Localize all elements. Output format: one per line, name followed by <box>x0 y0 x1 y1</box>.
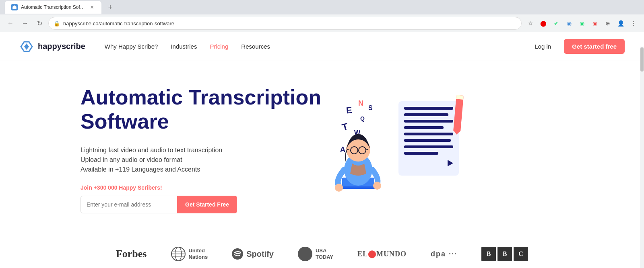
nav-why-happyscribe[interactable]: Why Happy Scribe? <box>105 43 158 50</box>
profile-icon[interactable]: 👤 <box>615 18 626 29</box>
logo-text: happyscribe <box>38 42 85 51</box>
usatoday-text: USATODAY <box>316 248 333 260</box>
browser-tab[interactable]: Automatic Transcription Softwa... ✕ <box>5 1 101 14</box>
spotify-icon <box>232 248 243 260</box>
svg-marker-2 <box>24 43 29 50</box>
bbc-c-icon: C <box>514 247 528 261</box>
extension-icon2[interactable]: ✔ <box>551 18 562 29</box>
new-tab-button[interactable]: + <box>105 2 116 13</box>
address-bar[interactable]: 🔒 happyscribe.co/automatic-transcription… <box>48 17 522 30</box>
tab-title: Automatic Transcription Softwa... <box>21 4 85 10</box>
menu-icon[interactable]: ⋮ <box>628 18 639 29</box>
usatoday-circle-icon <box>298 247 312 261</box>
svg-point-8 <box>373 182 381 190</box>
bbc-b2-icon: B <box>497 247 512 261</box>
get-started-nav-button[interactable]: Get started free <box>564 39 625 54</box>
doc-line-1 <box>404 107 453 110</box>
un-text: UnitedNations <box>188 248 208 260</box>
logo-el-mundo: EL⬤MUNDO <box>357 250 407 258</box>
bookmark-icon[interactable]: ☆ <box>525 18 536 29</box>
doc-line-2 <box>404 113 448 116</box>
logo-bbc: B B C <box>481 247 528 261</box>
logo-forbes: Forbes <box>116 248 147 260</box>
float-letter-n: N <box>358 99 363 108</box>
doc-line-6 <box>404 139 451 142</box>
float-letter-s: S <box>368 104 373 112</box>
join-text: Join +300 000 Happy Scribers! <box>80 184 322 191</box>
hero-title: Automatic Transcription Software <box>80 86 322 134</box>
back-button[interactable]: ← <box>5 18 16 29</box>
pencil-tip <box>453 130 460 135</box>
page-content: happyscribe Why Happy Scribe? Industries… <box>0 32 644 268</box>
tab-close-button[interactable]: ✕ <box>89 4 95 10</box>
svg-point-7 <box>335 184 343 192</box>
hero-section: Automatic Transcription Software Lightni… <box>0 61 644 230</box>
doc-line-8 <box>404 152 438 155</box>
logo-dpa: dpa ··· <box>431 250 457 258</box>
browser-titlebar: Automatic Transcription Softwa... ✕ + <box>0 0 644 14</box>
hero-feature-2: Upload in any audio or video format <box>80 156 322 164</box>
hero-title-line1: Automatic Transcription <box>80 86 321 109</box>
pencil-body <box>453 95 464 131</box>
dpa-text: dpa ··· <box>431 250 457 258</box>
tab-favicon-icon <box>11 4 18 10</box>
doc-line-4 <box>404 126 444 129</box>
hero-illustration: E N S T W A k N Q <box>322 93 459 206</box>
hero-content: Automatic Transcription Software Lightni… <box>80 86 322 213</box>
reload-button[interactable]: ↻ <box>34 18 45 29</box>
svg-point-20 <box>232 248 243 260</box>
toolbar-icons: ☆ ⬤ ✔ ◉ ◉ ◉ ⊕ 👤 ⋮ <box>525 18 639 29</box>
logo-icon <box>19 39 34 54</box>
extension-icon4[interactable]: ◉ <box>576 18 588 29</box>
svg-marker-0 <box>12 5 17 9</box>
un-globe-icon <box>171 246 186 262</box>
hero-feature-3: Available in +119 Languages and Accents <box>80 166 322 173</box>
hero-feature-1: Lightning fast video and audio to text t… <box>80 147 322 154</box>
svg-line-13 <box>347 149 349 150</box>
login-button[interactable]: Log in <box>528 40 557 53</box>
document-card <box>398 101 459 176</box>
navbar: happyscribe Why Happy Scribe? Industries… <box>0 32 644 61</box>
elmundo-text: EL⬤MUNDO <box>357 250 407 258</box>
bbc-b1-icon: B <box>481 247 496 261</box>
extension-icon3[interactable]: ◉ <box>564 18 575 29</box>
browser-toolbar: ← → ↻ 🔒 happyscribe.co/automatic-transcr… <box>0 14 644 32</box>
person-illustration <box>330 117 394 206</box>
logo-usa-today: USATODAY <box>298 247 333 261</box>
pencil-eraser <box>456 95 464 100</box>
logo-spotify: Spotify <box>232 248 274 260</box>
extension-icon6[interactable]: ⊕ <box>602 18 613 29</box>
hero-features: Lightning fast video and audio to text t… <box>80 147 322 173</box>
forbes-text: Forbes <box>116 248 147 260</box>
scrollbar[interactable] <box>640 47 644 268</box>
doc-line-3 <box>404 120 453 123</box>
nav-links: Why Happy Scribe? Industries Pricing Res… <box>105 43 528 50</box>
play-icon <box>404 160 453 166</box>
nav-resources[interactable]: Resources <box>241 43 270 50</box>
get-started-cta-button[interactable]: Get Started Free <box>177 196 237 213</box>
nav-industries[interactable]: Industries <box>171 43 197 50</box>
extension-icon1[interactable]: ⬤ <box>538 18 549 29</box>
doc-line-7 <box>404 145 453 148</box>
nav-actions: Log in Get started free <box>528 39 625 54</box>
scrollbar-thumb[interactable] <box>640 47 644 72</box>
extension-icon5[interactable]: ◉ <box>589 18 601 29</box>
forward-button[interactable]: → <box>19 18 31 29</box>
logo-area[interactable]: happyscribe <box>19 39 85 54</box>
url-text: happyscribe.co/automatic-transcription-s… <box>63 20 174 27</box>
spotify-text: Spotify <box>246 250 274 259</box>
logo-united-nations: UnitedNations <box>171 246 208 262</box>
logos-section: Forbes UnitedNations <box>0 230 644 268</box>
email-input[interactable] <box>80 196 177 213</box>
hero-title-line2: Software <box>80 110 169 133</box>
browser-window: Automatic Transcription Softwa... ✕ + ← … <box>0 0 644 268</box>
lock-icon: 🔒 <box>54 20 60 27</box>
doc-line-5 <box>404 133 453 135</box>
float-letter-e: E <box>346 105 353 116</box>
svg-line-14 <box>366 149 368 150</box>
email-form: Get Started Free <box>80 196 322 213</box>
nav-pricing[interactable]: Pricing <box>210 43 228 50</box>
